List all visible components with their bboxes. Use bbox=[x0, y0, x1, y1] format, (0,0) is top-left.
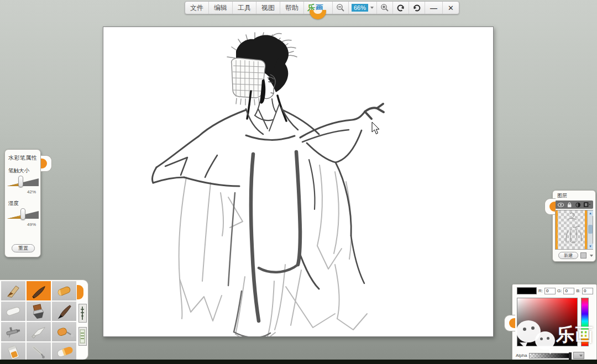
new-layer-button[interactable]: 新建 bbox=[558, 252, 578, 259]
green-input[interactable] bbox=[563, 288, 574, 294]
layers-toolbar bbox=[555, 201, 593, 209]
tool-eraser[interactable] bbox=[52, 342, 76, 360]
layer-opacity-icon[interactable] bbox=[575, 202, 580, 208]
logo-smile-icon bbox=[310, 10, 326, 19]
brush-properties-panel: 水彩笔属性 笔触大小 42% 湿度 49% 重置 bbox=[4, 149, 41, 257]
brush-panel-grip-icon bbox=[41, 159, 47, 168]
bottom-edge-bar bbox=[0, 360, 597, 364]
menu-file[interactable]: 文件 bbox=[185, 2, 209, 14]
magnifier-plus-icon bbox=[380, 3, 389, 12]
chalk-icon bbox=[2, 303, 24, 320]
undo-arrow-icon bbox=[396, 3, 405, 12]
tool-quill-pen[interactable] bbox=[1, 281, 25, 300]
tool-etching-pen[interactable] bbox=[27, 342, 51, 360]
magnifier-minus-icon bbox=[336, 3, 345, 12]
minimize-button[interactable]: — bbox=[425, 2, 443, 14]
layer-options-button[interactable] bbox=[580, 252, 586, 259]
hue-strip[interactable] bbox=[581, 298, 589, 346]
saturation-value-picker[interactable] bbox=[517, 298, 578, 346]
paint-roller-icon bbox=[53, 324, 75, 340]
zoom-in-button[interactable] bbox=[377, 2, 393, 14]
layers-scrollbar[interactable]: ▲ ▼ bbox=[587, 210, 593, 249]
brush-panel-title: 水彩笔属性 bbox=[5, 150, 40, 162]
scroll-down-icon[interactable]: ▼ bbox=[588, 244, 593, 249]
tool-chinese-brush[interactable] bbox=[27, 281, 51, 300]
blue-label: B: bbox=[576, 288, 580, 293]
zoom-out-button[interactable] bbox=[333, 2, 349, 14]
menu-view[interactable]: 视图 bbox=[256, 2, 280, 14]
zoom-level-field[interactable]: 66% bbox=[352, 4, 368, 12]
layers-panel-title: 图层 bbox=[553, 191, 595, 201]
tool-chalk[interactable] bbox=[1, 302, 25, 321]
color-panel-grip-icon bbox=[509, 318, 515, 328]
chinese-brush-icon bbox=[28, 283, 50, 299]
layers-panel-collapse-tab[interactable] bbox=[544, 198, 556, 215]
canvas-drawing bbox=[103, 27, 493, 336]
alpha-slider-knob[interactable] bbox=[569, 352, 572, 360]
brush-size-label: 笔触大小 bbox=[8, 167, 40, 175]
color-panel-collapse-tab[interactable] bbox=[504, 315, 515, 331]
palette-knife-icon bbox=[28, 324, 50, 340]
layer-lock-icon[interactable] bbox=[567, 202, 572, 208]
tool-crayon[interactable] bbox=[52, 281, 76, 300]
tool-flat-brush[interactable] bbox=[27, 302, 51, 321]
etching-pen-icon bbox=[28, 344, 50, 361]
tool-airbrush[interactable] bbox=[1, 322, 25, 341]
green-label: G: bbox=[557, 288, 562, 293]
layer-thumbnail[interactable] bbox=[556, 210, 587, 249]
alpha-slider[interactable] bbox=[529, 353, 571, 358]
redo-button[interactable] bbox=[409, 2, 425, 14]
current-color-swatch bbox=[517, 287, 537, 294]
brush-size-slider[interactable] bbox=[7, 177, 39, 186]
menu-help[interactable]: 帮助 bbox=[280, 2, 304, 14]
scrollbar-thumb[interactable] bbox=[588, 225, 593, 234]
color-mode-caret bbox=[579, 355, 583, 357]
zoom-dropdown-caret[interactable] bbox=[370, 7, 374, 9]
tool-ink-brush[interactable] bbox=[52, 302, 76, 321]
main-toolbar: 文件 编辑 工具 视图 帮助 乐画 66% bbox=[185, 1, 459, 14]
redo-arrow-icon bbox=[412, 3, 421, 12]
tool-ink-jar[interactable] bbox=[1, 342, 25, 360]
reset-button[interactable]: 重置 bbox=[12, 244, 35, 252]
undo-button[interactable] bbox=[393, 2, 409, 14]
menu-tools[interactable]: 工具 bbox=[233, 2, 256, 14]
tool-palette-collapse-tab[interactable] bbox=[77, 279, 88, 360]
seal-stamp-icon bbox=[80, 305, 85, 321]
brush-panel-collapse-tab[interactable] bbox=[41, 155, 52, 172]
color-mode-dropdown[interactable] bbox=[573, 352, 584, 359]
cursor-arrow-icon bbox=[372, 122, 379, 134]
texture-paper-icon bbox=[80, 329, 85, 344]
flat-brush-icon bbox=[28, 303, 50, 320]
seal-stamp-button[interactable] bbox=[78, 304, 87, 323]
tool-paint-roller[interactable] bbox=[52, 322, 76, 341]
texture-paper-button[interactable] bbox=[78, 327, 87, 346]
red-input[interactable] bbox=[544, 288, 556, 294]
layers-panel: 图层 bbox=[552, 190, 596, 262]
eraser-icon bbox=[53, 344, 75, 361]
scroll-up-icon[interactable]: ▲ bbox=[588, 210, 593, 216]
tool-palette-grip-icon bbox=[77, 285, 83, 299]
wetness-slider[interactable] bbox=[7, 209, 39, 219]
color-panel: R: G: B: Alpha bbox=[512, 284, 597, 363]
brush-size-slider-handle[interactable] bbox=[18, 176, 23, 187]
red-label: R: bbox=[538, 288, 543, 293]
blue-input[interactable] bbox=[582, 288, 593, 294]
crayon-icon bbox=[53, 283, 75, 299]
layer-visibility-icon[interactable] bbox=[558, 203, 564, 207]
app-logo: 乐画 bbox=[304, 2, 333, 14]
quill-pen-icon bbox=[2, 283, 24, 299]
wetness-slider-handle[interactable] bbox=[20, 208, 25, 220]
close-button[interactable]: ✕ bbox=[443, 2, 459, 14]
zoom-control: 66% bbox=[349, 2, 377, 14]
wetness-label: 湿度 bbox=[8, 200, 40, 207]
brush-size-value: 42% bbox=[5, 189, 36, 194]
airbrush-icon bbox=[2, 324, 24, 340]
wetness-value: 49% bbox=[5, 222, 36, 227]
menu-edit[interactable]: 编辑 bbox=[209, 2, 233, 14]
layer-menu-icon[interactable] bbox=[584, 202, 590, 207]
tool-palette-knife[interactable] bbox=[27, 322, 51, 341]
layer-options-caret[interactable] bbox=[590, 255, 593, 257]
ink-jar-icon bbox=[2, 344, 24, 361]
drawing-canvas[interactable] bbox=[103, 27, 494, 337]
tool-palette bbox=[0, 279, 88, 360]
